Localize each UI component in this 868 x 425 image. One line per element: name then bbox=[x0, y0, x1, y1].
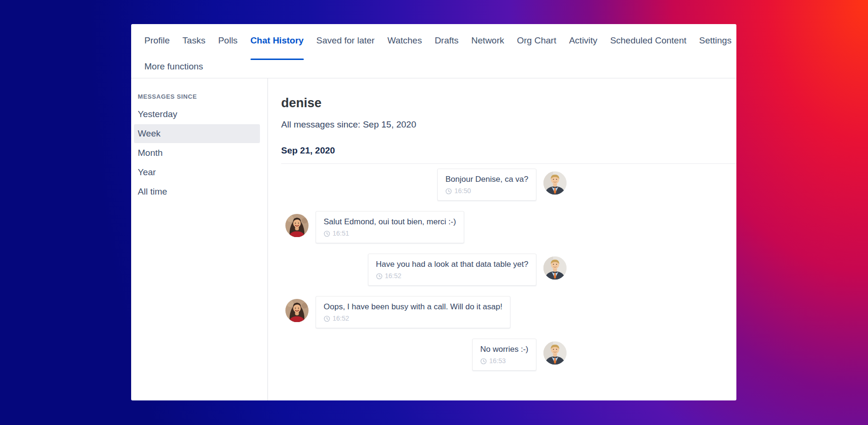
chat-message: Salut Edmond, oui tout bien, merci :-) 1… bbox=[285, 211, 567, 243]
sidebar-item-year[interactable]: Year bbox=[134, 163, 260, 182]
date-header: Sep 21, 2020 bbox=[281, 145, 736, 164]
clock-icon bbox=[324, 230, 330, 237]
message-text: Bonjour Denise, ca va? bbox=[445, 174, 528, 184]
chat-message: Have you had a look at that data table y… bbox=[285, 254, 567, 286]
chat-message: Oops, I have been busy with a call. Will… bbox=[285, 296, 567, 328]
message-timestamp: 16:52 bbox=[333, 314, 349, 323]
tab-activity[interactable]: Activity bbox=[569, 35, 597, 60]
tab-org-chart[interactable]: Org Chart bbox=[517, 35, 556, 60]
clock-icon bbox=[445, 188, 452, 195]
chat-history-panel: denise All messages since: Sep 15, 2020 … bbox=[268, 78, 736, 400]
sidebar-item-all-time[interactable]: All time bbox=[134, 182, 260, 201]
tab-drafts[interactable]: Drafts bbox=[434, 35, 459, 60]
avatar-woman-icon bbox=[285, 299, 309, 322]
gradient-background: Profile Tasks Polls Chat History Saved f… bbox=[0, 0, 868, 425]
avatar-man-icon bbox=[543, 256, 567, 280]
message-timestamp: 16:52 bbox=[385, 272, 401, 280]
tab-network[interactable]: Network bbox=[471, 35, 504, 60]
sidebar-list: Yesterday Week Month Year All time bbox=[138, 105, 260, 201]
message-timestamp: 16:53 bbox=[489, 357, 506, 365]
message-time: 16:51 bbox=[324, 230, 456, 238]
tab-profile[interactable]: Profile bbox=[144, 35, 170, 60]
message-time: 16:52 bbox=[376, 272, 528, 280]
message-time: 16:53 bbox=[480, 357, 528, 365]
sidebar-item-yesterday[interactable]: Yesterday bbox=[134, 105, 260, 124]
message-text: Salut Edmond, oui tout bien, merci :-) bbox=[324, 217, 456, 227]
message-bubble: No worries :-) 16:53 bbox=[472, 339, 536, 371]
avatar-man-icon bbox=[543, 171, 567, 195]
message-list: Bonjour Denise, ca va? 16:50 bbox=[285, 169, 567, 371]
tab-watches[interactable]: Watches bbox=[387, 35, 422, 60]
avatar-woman-icon bbox=[285, 214, 309, 237]
message-bubble: Salut Edmond, oui tout bien, merci :-) 1… bbox=[316, 211, 464, 243]
clock-icon bbox=[376, 273, 383, 280]
messages-since-sidebar: MESSAGES SINCE Yesterday Week Month Year… bbox=[131, 78, 268, 400]
sidebar-section-label: MESSAGES SINCE bbox=[138, 93, 260, 101]
message-text: Have you had a look at that data table y… bbox=[376, 259, 528, 269]
message-text: No worries :-) bbox=[480, 344, 528, 354]
message-time: 16:52 bbox=[324, 314, 502, 323]
chat-message: Bonjour Denise, ca va? 16:50 bbox=[285, 169, 567, 201]
tab-row: Profile Tasks Polls Chat History Saved f… bbox=[144, 24, 736, 60]
message-text: Oops, I have been busy with a call. Will… bbox=[324, 302, 502, 312]
sidebar-item-month[interactable]: Month bbox=[134, 144, 260, 162]
clock-icon bbox=[480, 358, 487, 365]
clock-icon bbox=[324, 315, 330, 322]
message-bubble: Have you had a look at that data table y… bbox=[368, 254, 536, 286]
tab-tasks[interactable]: Tasks bbox=[183, 35, 206, 60]
more-functions-link[interactable]: More functions bbox=[144, 61, 203, 72]
tab-chat-history[interactable]: Chat History bbox=[250, 35, 304, 60]
tab-bar: Profile Tasks Polls Chat History Saved f… bbox=[131, 24, 736, 78]
sidebar-item-week[interactable]: Week bbox=[134, 124, 260, 143]
tab-settings[interactable]: Settings bbox=[699, 35, 732, 60]
avatar-man-icon bbox=[543, 341, 567, 365]
chat-message: No worries :-) 16:53 bbox=[285, 339, 567, 371]
tab-saved-for-later[interactable]: Saved for later bbox=[317, 35, 375, 60]
page-title: denise bbox=[281, 95, 736, 110]
message-timestamp: 16:51 bbox=[333, 230, 349, 238]
tab-polls[interactable]: Polls bbox=[218, 35, 237, 60]
secondary-nav-row: More functions bbox=[144, 61, 736, 78]
message-bubble: Bonjour Denise, ca va? 16:50 bbox=[437, 169, 536, 201]
profile-panel: Profile Tasks Polls Chat History Saved f… bbox=[131, 24, 736, 400]
message-timestamp: 16:50 bbox=[454, 187, 471, 195]
message-bubble: Oops, I have been busy with a call. Will… bbox=[316, 296, 510, 328]
message-time: 16:50 bbox=[445, 187, 528, 195]
tab-scheduled-content[interactable]: Scheduled Content bbox=[610, 35, 686, 60]
messages-since-subtitle: All messages since: Sep 15, 2020 bbox=[281, 119, 736, 130]
